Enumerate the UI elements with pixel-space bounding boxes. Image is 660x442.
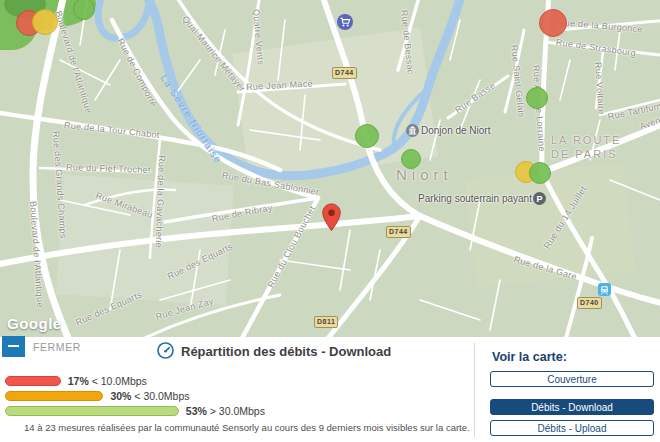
street-label: Rue Mirabeau — [94, 190, 154, 220]
measurement-note: 14 à 23 mesures réalisées par la communa… — [24, 422, 470, 433]
measurement-dot-green — [355, 124, 379, 148]
road-badge: D740 — [577, 297, 602, 309]
pin-icon — [322, 203, 341, 232]
street-label: Rue Jean Zay — [155, 296, 215, 322]
debits-download-button[interactable]: Débits - Download — [490, 399, 654, 415]
district-label-line1: LA ROUTE — [551, 133, 621, 147]
street-label: Rue de Bessac — [399, 9, 416, 75]
landmark-icon — [406, 124, 419, 137]
street-label: Rue Basse — [453, 80, 497, 115]
couverture-button[interactable]: Couverture — [490, 371, 654, 387]
measurement-dot-green — [526, 87, 548, 109]
street-label: Quatre Vents — [251, 9, 266, 66]
legend-row: 30% < 30.0Mbps — [5, 390, 190, 402]
donjon-label[interactable]: Donjon de Niort — [421, 125, 490, 136]
map[interactable]: Boulevard de l'AtlantiqueBoulevard de l'… — [0, 0, 660, 337]
fermer-button[interactable]: FERMER — [0, 336, 81, 357]
debits-upload-button[interactable]: Débits - Upload — [490, 420, 654, 436]
parking-label[interactable]: Parking souterrain payant — [418, 193, 532, 204]
measurement-dot-green — [401, 149, 421, 169]
parking-letter: P — [536, 194, 542, 204]
street-label: Rue de Ribray — [211, 202, 273, 224]
legend-pct: 53% — [186, 405, 207, 417]
legend-label: 53% > 30.0Mbps — [186, 405, 265, 417]
street-label: Rue de la Burgonce — [558, 17, 644, 34]
measurement-dot-yellow — [32, 9, 58, 35]
street-label: Rue de Comporté — [116, 37, 159, 109]
street-label: Rue des Equarts — [166, 241, 235, 281]
street-label: Rue de la Gavacherie — [154, 155, 167, 248]
street-labels-layer: Boulevard de l'AtlantiqueBoulevard de l'… — [0, 0, 660, 337]
legend-category: > 30.0Mbps — [210, 405, 265, 417]
road-badge: D811 — [314, 316, 338, 328]
street-label: Rue du Bas Sablonnier — [221, 170, 320, 197]
legend-pct: 17% — [68, 375, 89, 387]
legend-bar-orange — [5, 391, 103, 401]
shopping-poi-icon[interactable] — [337, 14, 353, 30]
legend-title: Répartition des débits - Download — [181, 344, 391, 359]
city-label: Niort — [396, 166, 453, 183]
cart-icon — [337, 14, 353, 30]
district-label-line2: DE PARIS — [551, 147, 621, 161]
google-logo[interactable]: Google — [7, 315, 62, 332]
train-station-icon[interactable] — [598, 283, 611, 296]
road-badge: D744 — [386, 226, 411, 238]
river-label: La Sèvre Niortaise — [158, 73, 224, 166]
street-label: Rue des Equarts — [74, 289, 143, 327]
panel-divider — [474, 343, 475, 437]
measurement-dot-red — [539, 9, 567, 37]
parking-poi-icon[interactable]: P — [533, 192, 546, 205]
speed-gauge-icon — [156, 341, 175, 364]
train-icon — [598, 284, 611, 297]
bottom-panel: FERMER Répartition des débits - Download… — [0, 337, 660, 442]
minus-icon[interactable] — [2, 336, 25, 357]
street-label: Rue Jean Macé — [246, 79, 313, 92]
legend-label: 30% < 30.0Mbps — [110, 390, 189, 402]
street-label: Rue du Fief Trochet — [66, 162, 151, 175]
street-label: Rue du 14 Juillet — [542, 184, 589, 250]
app-window: Boulevard de l'AtlantiqueBoulevard de l'… — [0, 0, 660, 442]
legend-pct: 30% — [110, 390, 131, 402]
street-label: Rue des Grands Champs — [51, 131, 68, 239]
street-label: Boulevard de l'Atlantique — [53, 10, 94, 115]
legend-category: < 30.0Mbps — [134, 390, 189, 402]
street-label: Rue Saint-Gelais — [509, 44, 527, 117]
road-badge: D744 — [332, 67, 357, 79]
street-label: Rue de la Gare — [513, 254, 578, 282]
district-label: LA ROUTE DE PARIS — [551, 133, 621, 161]
street-label: Rue de Strasbourg — [555, 37, 636, 58]
fermer-label[interactable]: FERMER — [33, 341, 81, 353]
legend-bar-red — [5, 376, 61, 386]
donjon-poi-icon[interactable] — [406, 124, 419, 137]
legend-category: < 10.0Mbps — [92, 375, 147, 387]
measurement-dot-green — [529, 162, 551, 184]
legend-label: 17% < 10.0Mbps — [68, 375, 147, 387]
street-label: Rue de la Tour Chabot — [63, 120, 160, 140]
legend-bar-green — [5, 406, 179, 416]
street-label: Quai Maurice Métayer — [180, 14, 247, 94]
legend-row: 17% < 10.0Mbps — [5, 375, 147, 387]
street-label: Boulevard de l'Atlantique — [28, 201, 45, 308]
map-pin-marker[interactable] — [322, 203, 341, 232]
voir-la-carte-heading: Voir la carte: — [492, 350, 567, 364]
street-label: Rue Voltaire — [593, 62, 607, 115]
legend-row: 53% > 30.0Mbps — [5, 405, 265, 417]
street-label: Rue du Clou Bouchet — [266, 204, 318, 289]
